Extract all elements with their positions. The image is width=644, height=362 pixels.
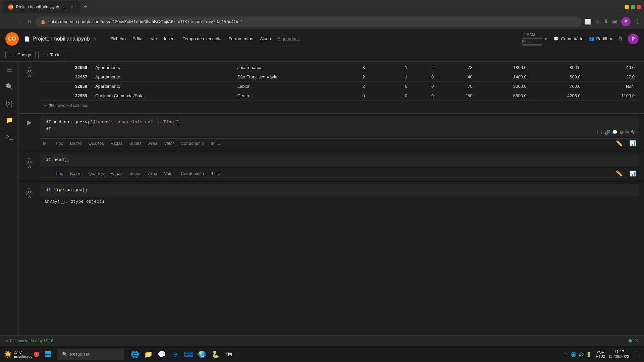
menu-ver[interactable]: Ver xyxy=(148,35,160,43)
edit-df-icon[interactable]: ✏️ xyxy=(613,140,625,146)
add-text-button[interactable]: + + Texto xyxy=(38,51,65,59)
menu-icon[interactable]: ⋮ xyxy=(635,18,640,25)
table-row: 32959 Conjunto Comercial/Sala Centro 0 0… xyxy=(40,91,639,101)
chart-df-icon[interactable]: 📊 xyxy=(627,140,639,146)
settings-button[interactable]: ⚙ xyxy=(618,36,623,42)
star-icon[interactable]: ☆ xyxy=(93,36,97,42)
ram-label: RAM xyxy=(527,33,535,37)
move-up-icon[interactable]: ↑ xyxy=(596,130,599,135)
user-avatar[interactable]: P xyxy=(628,34,639,44)
time-display[interactable]: 11:17 05/08/2023 xyxy=(609,350,629,359)
sidebar-menu-icon[interactable]: ☰ xyxy=(5,64,14,76)
cell-query-content: df = dados.query('@imoveis_comerciais no… xyxy=(40,116,639,148)
col-iptu-2: IPTU xyxy=(208,171,223,176)
code-block-80[interactable]: df.head() xyxy=(40,154,639,166)
show-hidden-icon[interactable]: ^ xyxy=(565,352,567,357)
taskbar-app-python[interactable]: 🐍 xyxy=(210,348,222,360)
cell-88-status: ✓ xyxy=(28,186,31,191)
link-icon[interactable]: 🔗 xyxy=(605,130,610,135)
row-vagas: 1 xyxy=(385,63,411,72)
cell-88-number: [88] xyxy=(26,191,33,195)
more-icon[interactable]: ⋮ xyxy=(637,130,641,135)
window-controls: ─ □ ✕ xyxy=(625,5,641,9)
comment-cell-icon[interactable]: 💬 xyxy=(612,130,618,135)
tab-close-button[interactable]: ✕ xyxy=(70,4,74,10)
share-button[interactable]: 👥 Partilhar xyxy=(589,36,612,41)
weather-icon: ☀️ xyxy=(4,350,12,358)
delete-cell-icon[interactable]: 🗑 xyxy=(631,130,635,135)
code-line-2: df xyxy=(46,126,633,133)
row-tipo: Apartamento xyxy=(91,82,233,91)
disk-bar xyxy=(522,44,542,46)
row-condominio: 509.0 xyxy=(531,72,585,82)
sidebar-terminal-icon[interactable]: >_ xyxy=(4,131,15,142)
menu-ferramentas[interactable]: Ferramentas xyxy=(226,35,256,43)
sidebar-browser-icon[interactable]: ▣ xyxy=(612,18,617,25)
add-code-button[interactable]: + + Código xyxy=(5,51,36,59)
cell-80-content: df.head() Tipo Bairro Quartos Vagas Suit… xyxy=(40,154,639,179)
notebook-name[interactable]: Projeto Imobiliaria.ipynb xyxy=(33,36,90,42)
col-empty-icon: ⊞ xyxy=(40,141,51,146)
menu-ajuda[interactable]: Ajuda xyxy=(257,35,274,43)
row-vagas: 0 xyxy=(385,91,411,101)
menu-ficheiro[interactable]: Ficheiro xyxy=(108,35,128,43)
profile-button[interactable]: P xyxy=(621,17,631,26)
url-bar[interactable]: 🔒 colab.research.google.com/drive/120cyZ… xyxy=(35,16,582,27)
tab-title: Projeto Imobiliaria.ipynb - Colab... xyxy=(16,5,66,9)
col-vagas-2: Vagas xyxy=(108,171,125,176)
code-block-88[interactable]: df.Tipo.unique() xyxy=(40,184,639,196)
taskbar-app-vscode[interactable]: ⌨ xyxy=(183,348,195,360)
share-icon: 👥 xyxy=(589,36,594,41)
menu-editar[interactable]: Editar xyxy=(130,35,147,43)
download-icon[interactable]: ⬇ xyxy=(604,18,608,25)
edit-df-icon-2[interactable]: ✏️ xyxy=(613,170,625,177)
code-block[interactable]: df = dados.query('@imoveis_comerciais no… xyxy=(40,116,639,136)
row-valor: 1800.0 xyxy=(477,63,531,72)
taskbar-app-chrome[interactable]: 🌏 xyxy=(196,348,208,360)
taskbar-app-files[interactable]: 📁 xyxy=(143,348,155,360)
sidebar-files-icon[interactable]: 📁 xyxy=(4,114,15,126)
language-display[interactable]: POR PTB2 xyxy=(596,350,605,358)
active-tab[interactable]: CO Projeto Imobiliaria.ipynb - Colab... … xyxy=(3,1,80,13)
comment-icon: 💬 xyxy=(553,36,559,41)
disk-label: Disco xyxy=(522,40,542,44)
show-desktop-button[interactable] xyxy=(635,352,640,357)
run-button[interactable]: ▶ xyxy=(25,118,34,126)
sidebar-variables-icon[interactable]: {x} xyxy=(4,98,15,109)
taskbar-app-store[interactable]: 🛍 xyxy=(223,348,235,360)
taskbar-app-bing[interactable]: 🌐 xyxy=(129,348,141,360)
chart-df-icon-2[interactable]: 📊 xyxy=(627,170,639,177)
forward-button[interactable]: → xyxy=(15,17,23,26)
menu-inserir[interactable]: Inserir xyxy=(161,35,178,43)
cell-80-number: [80] xyxy=(26,161,33,165)
new-tab-button[interactable]: + xyxy=(81,2,90,12)
copy-cell-icon[interactable]: ⧉ xyxy=(626,129,629,135)
reload-button[interactable]: ↻ xyxy=(25,17,33,26)
extensions-icon[interactable]: ⬜ xyxy=(584,18,591,25)
maximize-button[interactable]: □ xyxy=(631,5,635,9)
minimize-button[interactable]: ─ xyxy=(625,5,629,9)
tray-icon-2: 🔊 xyxy=(578,352,584,357)
sidebar-search-icon[interactable]: 🔍 xyxy=(4,81,15,93)
menu-tempo[interactable]: Tempo de execução xyxy=(180,35,224,43)
move-down-icon[interactable]: ↓ xyxy=(601,130,603,135)
close-button[interactable]: ✕ xyxy=(637,5,641,9)
back-button[interactable]: ← xyxy=(4,17,12,26)
row-quartos: 2 xyxy=(359,82,385,91)
cell-86-content: 32956 Apartamento Jacarepaguá 3 1 2 78 1… xyxy=(40,63,639,111)
row-index: 32959 xyxy=(40,91,91,101)
status-close-button[interactable]: ✕ xyxy=(635,338,639,344)
taskbar-app-chat[interactable]: 💬 xyxy=(156,348,168,360)
comment-button[interactable]: 💬 Comentário xyxy=(553,36,583,41)
colab-header: CO 📄 Projeto Imobiliaria.ipynb ☆ Ficheir… xyxy=(0,29,644,48)
settings-cell-icon[interactable]: ⚙ xyxy=(620,130,624,135)
taskbar-app-edge[interactable]: e xyxy=(169,348,181,360)
collapse-ram-button[interactable]: ▼ xyxy=(544,36,548,42)
bookmark-icon[interactable]: ☆ xyxy=(595,18,600,25)
menu-saving[interactable]: A guardar... xyxy=(275,35,303,43)
col-area-2: Area xyxy=(146,171,160,176)
cell-toolbar: ↑ ↓ 🔗 💬 ⚙ ⧉ 🗑 ⋮ xyxy=(596,129,641,135)
start-button[interactable] xyxy=(42,348,54,360)
notification-badge: 1 xyxy=(34,352,39,357)
taskbar-search[interactable]: 🔍 Pesquisar xyxy=(57,349,124,360)
